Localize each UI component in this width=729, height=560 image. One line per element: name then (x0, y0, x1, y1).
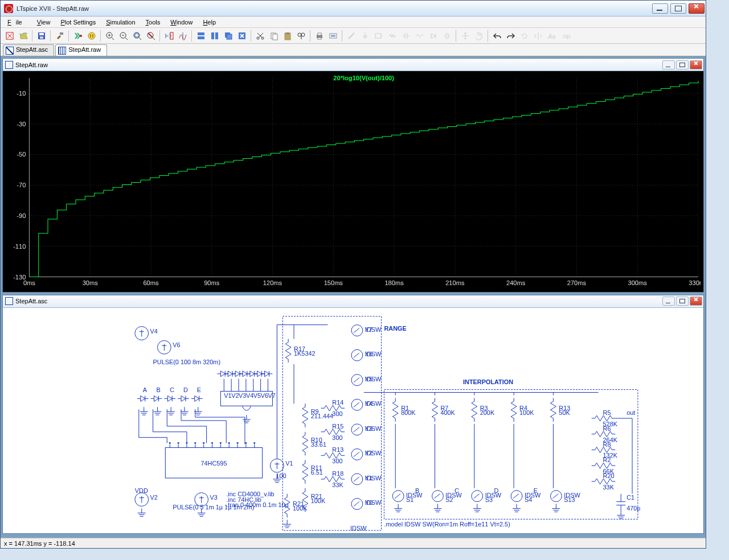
run-icon[interactable] (71, 29, 84, 42)
paste-icon[interactable] (281, 29, 294, 42)
svg-point-181 (351, 473, 363, 485)
svg-text:300: 300 (332, 410, 342, 417)
mirror-icon[interactable] (531, 29, 544, 42)
inductor-icon[interactable] (413, 29, 426, 42)
move-icon[interactable] (458, 29, 472, 42)
svg-text:150ms: 150ms (324, 279, 343, 286)
svg-text:.op: .op (562, 32, 570, 39)
zoom-back-icon[interactable] (144, 29, 157, 42)
maximize-button[interactable] (670, 3, 686, 14)
svg-rect-15 (198, 32, 204, 35)
pane-title[interactable]: StepAtt.raw (3, 59, 703, 71)
svg-rect-34 (375, 34, 381, 38)
copy-icon[interactable] (267, 29, 280, 42)
svg-text:270ms: 270ms (567, 279, 587, 286)
menu-tools[interactable]: Tools (141, 18, 165, 27)
spice-dir-icon[interactable]: .op (559, 29, 572, 42)
drag-icon[interactable] (472, 29, 485, 42)
autorange-icon[interactable] (162, 29, 175, 42)
svg-rect-18 (215, 32, 218, 39)
tile-vert-icon[interactable] (194, 29, 207, 42)
svg-text:IDSW: IDSW (406, 491, 423, 498)
ground-icon[interactable] (358, 29, 371, 42)
find-icon[interactable] (294, 29, 308, 42)
svg-text:V3: V3 (210, 493, 218, 500)
resistor-icon[interactable] (386, 29, 399, 42)
svg-text:D: D (183, 386, 188, 393)
menu-help[interactable]: Help (198, 18, 220, 27)
menu-file[interactable]: File (3, 18, 31, 27)
undo-icon[interactable] (490, 29, 503, 42)
zoom-out-icon[interactable] (117, 29, 130, 42)
tile-horiz-icon[interactable] (208, 29, 221, 42)
svg-text:30ms: 30ms (83, 279, 99, 286)
label-icon[interactable] (372, 29, 385, 42)
menu-simulation[interactable]: Simulation (101, 18, 140, 27)
svg-rect-25 (273, 34, 277, 40)
menu-view[interactable]: View (32, 18, 55, 27)
save-icon[interactable] (35, 29, 48, 42)
svg-point-29 (301, 33, 305, 36)
pane-title-text: StepAtt.asc (15, 298, 47, 304)
pane-minimize-button[interactable] (662, 297, 675, 306)
open-icon[interactable] (17, 29, 30, 42)
waveform-plot[interactable]: 0ms30ms60ms90ms120ms150ms180ms210ms240ms… (3, 71, 703, 292)
tab-raw[interactable]: StepAtt.raw (55, 44, 107, 56)
new-schematic-icon[interactable] (3, 29, 16, 42)
pane-close-button[interactable] (690, 60, 702, 69)
svg-point-5 (80, 35, 82, 37)
text-icon[interactable]: Aa (545, 29, 558, 42)
svg-rect-190 (384, 389, 637, 519)
svg-text:out: out (626, 409, 635, 416)
svg-point-234 (472, 490, 483, 501)
schematic-canvas[interactable]: V4V6PULSE(0 100 8m 320m)V2VDDV3PULSE(0 5… (3, 308, 703, 533)
pane-minimize-button[interactable] (662, 60, 675, 69)
svg-text:330ms: 330ms (689, 279, 701, 286)
pane-title[interactable]: StepAtt.asc (3, 295, 703, 308)
minimize-button[interactable] (652, 3, 668, 14)
svg-text:V1: V1 (224, 392, 231, 399)
svg-rect-4 (60, 32, 63, 35)
pane-maximize-button[interactable] (676, 297, 689, 306)
redo-icon[interactable] (504, 29, 517, 42)
menu-window[interactable]: Window (166, 18, 197, 27)
halt-icon[interactable] (85, 29, 98, 42)
pane-maximize-button[interactable] (676, 60, 689, 69)
svg-text:300ms: 300ms (628, 279, 648, 286)
pane-close-button[interactable] (690, 297, 702, 306)
wire-icon[interactable] (345, 29, 358, 42)
diode-icon[interactable] (427, 29, 440, 42)
tabbar: StepAtt.ascStepAtt.raw (1, 44, 706, 56)
zoom-fit-icon[interactable] (130, 29, 144, 42)
cascade-icon[interactable] (222, 29, 235, 42)
titlebar[interactable]: LTspice XVII - StepAtt.raw (1, 1, 706, 17)
svg-point-102 (178, 442, 179, 444)
capacitor-icon[interactable] (399, 29, 412, 42)
component-icon[interactable] (440, 29, 453, 42)
svg-text:IDSW: IDSW (525, 491, 541, 498)
cut-icon[interactable] (253, 29, 267, 42)
tab-asc[interactable]: StepAtt.asc (3, 44, 54, 56)
menu-plot-settings[interactable]: Plot Settings (56, 18, 100, 27)
svg-text:180ms: 180ms (384, 279, 404, 286)
zoom-in-icon[interactable] (103, 29, 116, 42)
svg-text:C: C (170, 386, 174, 393)
setup-icon[interactable] (326, 29, 339, 42)
svg-text:V2: V2 (231, 392, 239, 399)
close-button[interactable] (689, 3, 705, 14)
svg-text:200K: 200K (480, 409, 495, 416)
svg-text:R6: R6 (603, 425, 611, 431)
hammer-icon[interactable] (53, 29, 66, 42)
svg-text:100: 100 (276, 472, 286, 479)
svg-point-108 (203, 442, 204, 444)
svg-text:B: B (415, 487, 419, 493)
svg-text:E: E (534, 487, 538, 493)
svg-text:-70: -70 (17, 182, 26, 188)
pick-trace-icon[interactable] (176, 29, 189, 42)
print-icon[interactable] (313, 29, 326, 42)
svg-text:120ms: 120ms (263, 279, 282, 286)
rotate-icon[interactable] (518, 29, 531, 42)
svg-point-238 (511, 490, 522, 501)
close-all-icon[interactable] (235, 29, 248, 42)
svg-text:400K: 400K (440, 409, 455, 416)
